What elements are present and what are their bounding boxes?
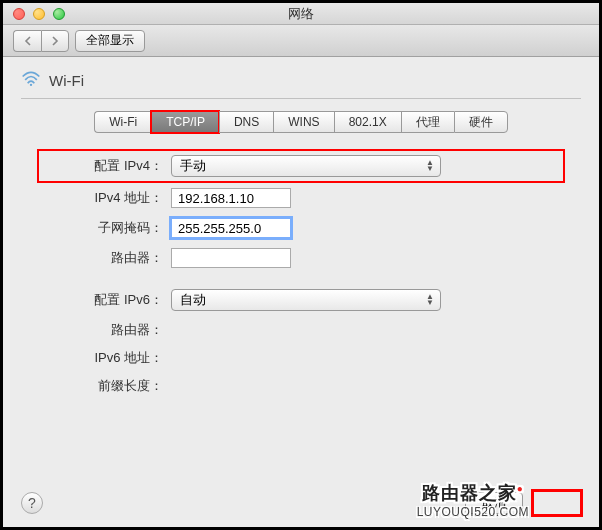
toolbar: 全部显示: [3, 25, 599, 57]
tab-proxy[interactable]: 代理: [401, 111, 454, 133]
configure-ipv4-select[interactable]: 手动 ▲▼: [171, 155, 441, 177]
configure-ipv6-label: 配置 IPv6：: [41, 291, 171, 309]
tab-tcpip[interactable]: TCP/IP: [151, 111, 219, 133]
configure-ipv6-value: 自动: [180, 291, 206, 309]
subnet-mask-label: 子网掩码：: [41, 219, 171, 237]
prefix-length-label: 前缀长度：: [41, 377, 171, 395]
cancel-button[interactable]: 取消: [465, 492, 523, 514]
ipv4-address-label: IPv4 地址：: [41, 189, 171, 207]
ipv6-router-label: 路由器：: [41, 321, 171, 339]
configure-ipv6-select[interactable]: 自动 ▲▼: [171, 289, 441, 311]
configure-ipv4-label: 配置 IPv4：: [41, 157, 171, 175]
wifi-icon: [21, 71, 41, 90]
tab-8021x[interactable]: 802.1X: [334, 111, 401, 133]
chevron-updown-icon: ▲▼: [426, 294, 434, 306]
svg-point-0: [30, 84, 32, 86]
panel-title: Wi-Fi: [49, 72, 84, 89]
chevron-updown-icon: ▲▼: [426, 160, 434, 172]
tab-hardware[interactable]: 硬件: [454, 111, 508, 133]
forward-button[interactable]: [41, 30, 69, 52]
show-all-button[interactable]: 全部显示: [75, 30, 145, 52]
help-button[interactable]: ?: [21, 492, 43, 514]
ipv4-address-input[interactable]: [171, 188, 291, 208]
configure-ipv4-value: 手动: [180, 157, 206, 175]
subnet-mask-input[interactable]: [171, 218, 291, 238]
back-button[interactable]: [13, 30, 41, 52]
tab-wifi[interactable]: Wi-Fi: [94, 111, 151, 133]
tab-wins[interactable]: WINS: [273, 111, 333, 133]
ipv4-router-input[interactable]: [171, 248, 291, 268]
ok-button-highlight[interactable]: [533, 491, 581, 515]
window-title: 网络: [3, 5, 599, 23]
tab-dns[interactable]: DNS: [219, 111, 273, 133]
tab-bar: Wi-Fi TCP/IP DNS WINS 802.1X 代理 硬件: [21, 111, 581, 133]
ipv6-address-label: IPv6 地址：: [41, 349, 171, 367]
window-titlebar: 网络: [3, 3, 599, 25]
ipv4-router-label: 路由器：: [41, 249, 171, 267]
